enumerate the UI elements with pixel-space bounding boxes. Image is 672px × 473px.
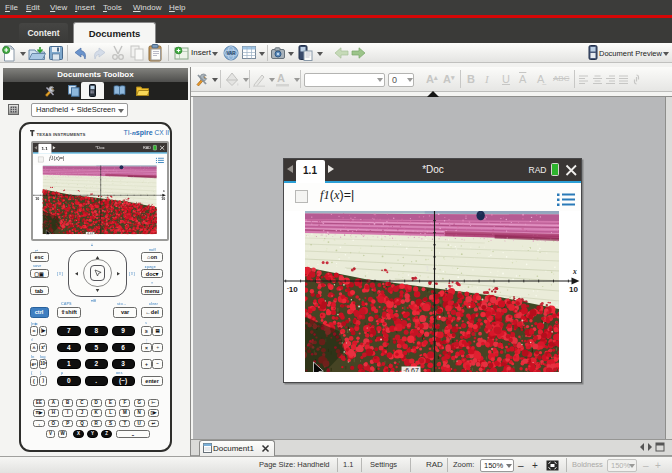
svg-text:-10: -10 — [34, 197, 39, 201]
svg-text:-6.67: -6.67 — [404, 366, 419, 372]
svg-text:1: 1 — [426, 264, 430, 271]
svg-text:1: 1 — [445, 286, 449, 293]
svg-text:10: 10 — [569, 285, 578, 294]
svg-text:TEXAS INSTRUMENTS: TEXAS INSTRUMENTS — [37, 132, 86, 137]
svg-text:x: x — [162, 189, 165, 193]
svg-text:10: 10 — [161, 197, 165, 201]
svg-text:x: x — [572, 266, 577, 275]
svg-text:1: 1 — [105, 197, 107, 201]
svg-text:-6.67: -6.67 — [87, 232, 94, 234]
svg-text:-10: -10 — [287, 285, 298, 294]
svg-text:1: 1 — [97, 188, 99, 192]
svg-text:VAR: VAR — [226, 51, 236, 56]
